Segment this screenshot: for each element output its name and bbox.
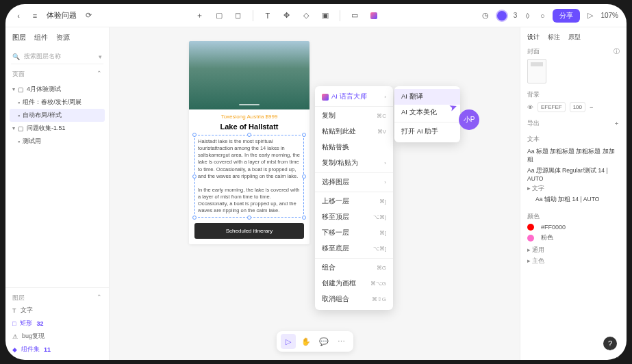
color-swatch-red[interactable]: #FF0000 [527, 224, 620, 231]
move-icon[interactable]: ✥ [282, 11, 292, 21]
tool-hand[interactable]: ✋ [299, 334, 314, 349]
ctx-move-down[interactable]: 下移一层⌘[ [315, 225, 393, 241]
subtitle-text: Toxesiong Austria $999 [189, 109, 309, 121]
font-style-3[interactable]: Aa 辅助 加粗 14 | AUTO [527, 194, 620, 205]
collapse-icon[interactable]: ⌃ [97, 70, 102, 79]
visibility-icon[interactable]: 👁 [527, 104, 533, 111]
back-icon[interactable]: ‹ [14, 11, 23, 21]
add-icon[interactable]: ＋ [195, 11, 205, 21]
ai-submenu: AI 翻译 AI 文本美化 打开 AI 助手 [394, 86, 460, 142]
layer-rect[interactable]: □矩形 32 [12, 317, 102, 330]
component-icon[interactable]: ◇ [301, 11, 311, 21]
tab-layers[interactable]: 图层 [12, 33, 26, 42]
history-icon[interactable]: ◷ [481, 11, 490, 21]
sub-ai-open[interactable]: 打开 AI 助手 [394, 124, 460, 140]
ctx-ungroup[interactable]: 取消组合⌘⇧G [315, 291, 393, 307]
selected-text-block[interactable]: Halstadt lake is the most spiritual tour… [194, 135, 304, 218]
ctx-move-bottom[interactable]: 移至底层⌥⌘[ [315, 241, 393, 257]
doc-title[interactable]: 体验问题 [47, 10, 77, 21]
ctx-paste-replace[interactable]: 粘贴替换 [315, 140, 393, 155]
pages-header: 页面 [12, 70, 25, 79]
add-export-icon[interactable]: ＋ [614, 119, 620, 128]
cta-button[interactable]: Scheduled itinerary [194, 223, 304, 239]
measure-icon[interactable]: ▭ [350, 11, 359, 21]
canvas[interactable]: Toxesiong Austria $999 Lake of Hallstatt… [110, 27, 520, 360]
user-avatar[interactable] [496, 10, 508, 22]
layer-text[interactable]: T文字 [12, 304, 102, 317]
ctx-group[interactable]: 组合⌘G [315, 260, 393, 276]
play-icon[interactable]: ▷ [585, 11, 595, 21]
left-panel: 图层 组件 资源 🔍 搜索图层名称 ▾ 页面 ⌃ ▾▢ 4月体验测试 ▫ 组件：… [5, 27, 110, 360]
tree-folder[interactable]: ▾▢ 4月体验测试 [10, 83, 105, 96]
info-icon[interactable]: ⓘ [614, 47, 620, 56]
ctx-copy-paste-as[interactable]: 复制/粘贴为› [315, 155, 393, 171]
frame-icon[interactable]: ▢ [214, 11, 224, 21]
left-tabs: 图层 组件 资源 [5, 27, 109, 48]
page-tree: ▾▢ 4月体验测试 ▫ 组件：春校/发长/周展 ▫ 自动布局/样式 ▾▢ 问题收… [5, 83, 109, 148]
shape-icon[interactable]: ◻ [233, 11, 243, 21]
mask-icon[interactable]: ▣ [320, 11, 330, 21]
ctx-select-layer[interactable]: 选择图层› [315, 174, 393, 190]
bg-color-input[interactable]: EFEFEF [538, 102, 566, 112]
tree-page[interactable]: ▫ 组件：春校/发长/周展 [10, 96, 105, 109]
layer-search[interactable]: 🔍 搜索图层名称 ▾ [11, 49, 103, 64]
layer-componentset[interactable]: ◆组件集 11 [12, 343, 102, 356]
font-style-2[interactable]: Aa 思源黑体 Regular/测试 14 | AUTO [527, 166, 620, 183]
right-panel: 设计 标注 原型 封面ⓘ 背景 👁 EFEFEF 100 − 导出＋ [520, 27, 627, 360]
ctx-paste-here[interactable]: 粘贴到此处⌘V [315, 124, 393, 140]
font-style-1[interactable]: Aa 标题 加粗标题 加粗标题 加加粗 [527, 146, 620, 166]
filter-icon[interactable]: ▾ [99, 53, 102, 60]
ctx-copy[interactable]: 复制⌘C [315, 108, 393, 124]
ctx-move-up[interactable]: 上移一层⌘] [315, 194, 393, 209]
rtab-prototype[interactable]: 原型 [568, 33, 581, 42]
artboard[interactable]: Toxesiong Austria $999 Lake of Hallstatt… [189, 41, 309, 244]
tree-page-selected[interactable]: ▫ 自动布局/样式 [10, 109, 105, 122]
tool-comment[interactable]: 💬 [316, 334, 331, 349]
tab-components[interactable]: 组件 [34, 33, 48, 42]
bookmark-icon[interactable]: ◊ [522, 11, 532, 21]
collab-count: 3 [514, 12, 518, 19]
cover-thumbnail[interactable] [527, 59, 546, 83]
menu-icon[interactable]: ≡ [30, 11, 40, 21]
ctx-move-top[interactable]: 移至顶层⌥⌘] [315, 209, 393, 225]
text-icon[interactable]: T [263, 11, 273, 21]
tool-pointer[interactable]: ▷ [281, 334, 296, 349]
layer-bug[interactable]: ⚠bug复现 [12, 330, 102, 343]
ctx-create-frame[interactable]: 创建为画框⌘⌥G [315, 276, 393, 291]
search-icon: 🔍 [12, 53, 20, 60]
tab-assets[interactable]: 资源 [56, 33, 70, 42]
remove-icon[interactable]: − [590, 104, 593, 111]
ai-icon[interactable] [369, 11, 379, 21]
rtab-design[interactable]: 设计 [527, 33, 540, 42]
pin-icon[interactable]: ○ [538, 11, 547, 21]
tree-page[interactable]: ▫ 测试用 [10, 135, 105, 148]
color-swatch-pink[interactable]: 粉色 [527, 233, 620, 242]
context-menu: AI 语言大师› 复制⌘C 粘贴到此处⌘V 粘贴替换 复制/粘贴为› 选择图层›… [315, 86, 393, 310]
ctx-ai-master[interactable]: AI 语言大师› [315, 89, 393, 105]
tree-folder[interactable]: ▾▢ 问题收集-1.51 [10, 122, 105, 135]
canvas-toolbar: ▷ ✋ 💬 ⋯ [277, 331, 353, 352]
watermark: 网易号 | 设计新知 [543, 348, 620, 360]
hero-image [189, 41, 309, 109]
zoom-level[interactable]: 107% [601, 12, 618, 19]
top-toolbar: ‹ ≡ 体验问题 ⟳ ＋ ▢ ◻ T ✥ ◇ ▣ ▭ ◷ 3 ◊ ○ 分享 ▷ … [5, 4, 627, 27]
share-button[interactable]: 分享 [553, 9, 580, 23]
collaborator-cursor: 小P [459, 109, 479, 130]
rtab-inspect[interactable]: 标注 [548, 33, 560, 42]
tool-more[interactable]: ⋯ [334, 334, 349, 349]
cloud-sync-icon[interactable]: ⟳ [84, 11, 93, 21]
bg-opacity-input[interactable]: 100 [570, 102, 585, 112]
